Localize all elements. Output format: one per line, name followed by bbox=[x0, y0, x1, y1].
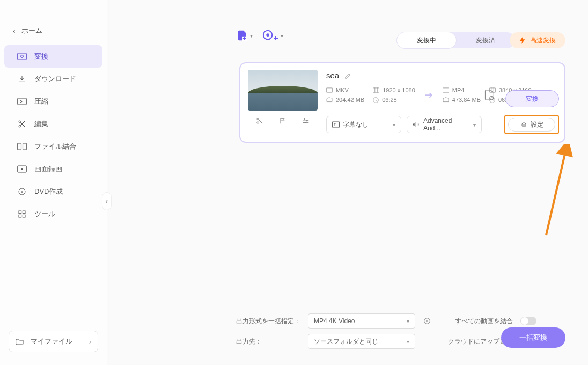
download-icon bbox=[17, 75, 27, 83]
record-icon bbox=[17, 165, 27, 173]
svg-rect-11 bbox=[18, 143, 21, 150]
sidebar-item-dvd[interactable]: DVD作成 bbox=[4, 180, 102, 203]
svg-rect-12 bbox=[23, 143, 27, 150]
sidebar-item-record[interactable]: 画面録画 bbox=[4, 158, 102, 180]
svg-rect-25 bbox=[373, 88, 379, 92]
svg-rect-24 bbox=[326, 88, 332, 92]
folder-icon bbox=[16, 338, 24, 345]
lightning-icon bbox=[519, 36, 526, 44]
svg-point-16 bbox=[21, 191, 23, 193]
svg-rect-6 bbox=[18, 53, 27, 60]
grid-icon bbox=[17, 210, 27, 218]
file-card: sea MKV 1920 x 1080 204.42 MB 06:28 ➔ MP… bbox=[239, 62, 565, 143]
chevron-right-icon: › bbox=[89, 338, 91, 346]
scissors-icon bbox=[17, 120, 27, 128]
chevron-down-icon: ▾ bbox=[281, 33, 283, 39]
sidebar-item-tools[interactable]: ツール bbox=[4, 203, 102, 225]
svg-point-7 bbox=[21, 55, 24, 58]
sidebar-item-convert[interactable]: 変換 bbox=[4, 45, 102, 68]
tab-converting[interactable]: 変換中 bbox=[397, 32, 456, 48]
add-file-button[interactable]: ▾ bbox=[236, 30, 253, 41]
svg-text:T: T bbox=[334, 122, 336, 126]
settings-button-highlight[interactable]: 設定 bbox=[504, 115, 559, 134]
output-format-select[interactable]: MP4 4K Video ▾ bbox=[308, 313, 415, 328]
chevron-down-icon: ▾ bbox=[407, 318, 409, 324]
annotation-arrow bbox=[541, 144, 573, 240]
video-thumbnail[interactable] bbox=[248, 70, 318, 111]
file-name: sea bbox=[326, 71, 339, 80]
output-format-label: 出力形式を一括指定： bbox=[236, 317, 300, 326]
subtitle-icon: T bbox=[332, 121, 340, 128]
svg-point-53 bbox=[424, 318, 430, 324]
sidebar-item-label: 変換 bbox=[34, 52, 48, 61]
svg-point-9 bbox=[19, 121, 21, 123]
audio-icon bbox=[413, 121, 420, 128]
sidebar-item-merge[interactable]: ファイル結合 bbox=[4, 135, 102, 158]
trim-icon[interactable] bbox=[256, 117, 263, 125]
edit-name-icon[interactable] bbox=[344, 72, 352, 79]
svg-rect-29 bbox=[443, 88, 449, 92]
svg-line-52 bbox=[546, 147, 567, 235]
svg-point-23 bbox=[267, 34, 269, 36]
svg-point-15 bbox=[19, 188, 25, 195]
flag-icon[interactable] bbox=[279, 117, 286, 125]
fast-convert-label: 高速変換 bbox=[530, 36, 556, 45]
svg-rect-17 bbox=[19, 211, 21, 214]
svg-rect-19 bbox=[19, 215, 21, 217]
svg-point-14 bbox=[21, 169, 23, 170]
sidebar: ‹ ホーム 変換 ダウンロード 圧縮 編集 ファイル結合 画面録画 DVD作成 … bbox=[0, 0, 107, 365]
svg-point-35 bbox=[256, 118, 259, 120]
main-area: ▾ ▾ 変換中 変換済 高速変換 sea MKV 1920 x 1080 204… bbox=[107, 0, 588, 365]
svg-point-41 bbox=[306, 120, 307, 121]
subtitle-select[interactable]: T 字幕なし ▾ bbox=[326, 116, 401, 133]
arrow-right-icon: ➔ bbox=[423, 89, 435, 101]
chevron-down-icon: ▾ bbox=[407, 339, 409, 345]
convert-button[interactable]: 変換 bbox=[505, 90, 559, 107]
sliders-icon[interactable] bbox=[302, 117, 310, 125]
fast-convert-button[interactable]: 高速変換 bbox=[510, 32, 565, 48]
batch-convert-button[interactable]: 一括変換 bbox=[501, 327, 565, 348]
sidebar-item-compress[interactable]: 圧縮 bbox=[4, 90, 102, 113]
svg-point-51 bbox=[523, 124, 524, 125]
sidebar-item-edit[interactable]: 編集 bbox=[4, 113, 102, 135]
sidebar-item-download[interactable]: ダウンロード bbox=[4, 68, 102, 90]
add-disc-button[interactable]: ▾ bbox=[262, 30, 283, 41]
output-dest-select[interactable]: ソースフォルダと同じ ▾ bbox=[308, 334, 415, 349]
compress-icon bbox=[17, 98, 27, 105]
gear-icon bbox=[520, 121, 527, 128]
output-dest-label: 出力先： bbox=[236, 337, 300, 346]
my-files-label: マイファイル bbox=[31, 337, 72, 346]
sidebar-item-label: 画面録画 bbox=[34, 164, 62, 174]
sidebar-item-label: ファイル結合 bbox=[34, 142, 76, 151]
svg-point-10 bbox=[19, 125, 21, 127]
sidebar-item-label: DVD作成 bbox=[34, 187, 63, 196]
source-specs: MKV 1920 x 1080 204.42 MB 06:28 bbox=[326, 87, 415, 103]
merge-label: すべての動画を結合 bbox=[455, 317, 513, 326]
format-settings-icon[interactable] bbox=[423, 317, 431, 325]
chevron-down-icon: ▾ bbox=[250, 33, 253, 39]
merge-icon bbox=[17, 143, 27, 150]
svg-point-40 bbox=[304, 118, 305, 119]
chevron-left-icon: ‹ bbox=[13, 27, 15, 35]
collapse-sidebar-button[interactable]: ‹ bbox=[102, 192, 112, 210]
chevron-down-icon: ▾ bbox=[393, 122, 395, 128]
svg-point-36 bbox=[256, 122, 259, 124]
home-label: ホーム bbox=[21, 26, 42, 35]
svg-point-54 bbox=[427, 320, 428, 322]
home-link[interactable]: ‹ ホーム bbox=[0, 21, 107, 45]
merge-toggle[interactable] bbox=[520, 317, 536, 325]
disc-icon bbox=[17, 187, 27, 196]
svg-point-42 bbox=[305, 122, 306, 123]
audio-select[interactable]: Advanced Aud… ▾ bbox=[407, 116, 482, 133]
sidebar-item-label: ダウンロード bbox=[34, 74, 76, 84]
status-tabs: 変換中 変換済 bbox=[397, 32, 515, 48]
sidebar-item-label: 圧縮 bbox=[34, 97, 48, 106]
svg-point-50 bbox=[521, 122, 526, 127]
output-settings-icon[interactable] bbox=[484, 89, 495, 101]
my-files-button[interactable]: マイファイル › bbox=[9, 331, 98, 352]
convert-icon bbox=[17, 53, 27, 60]
tab-converted[interactable]: 変換済 bbox=[456, 32, 515, 48]
chevron-down-icon: ▾ bbox=[473, 122, 476, 128]
svg-rect-18 bbox=[23, 211, 25, 214]
svg-rect-20 bbox=[23, 215, 25, 217]
